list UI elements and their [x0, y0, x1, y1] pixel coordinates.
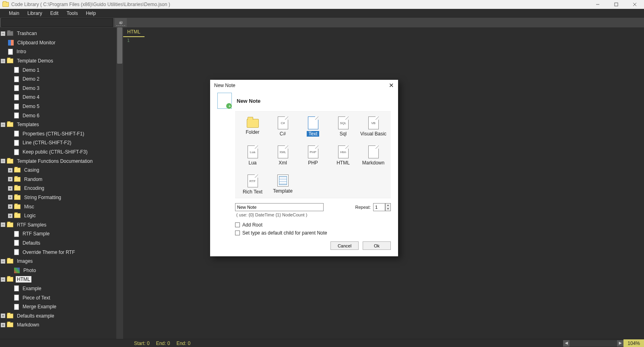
tree-item[interactable]: Merge Example — [0, 302, 116, 312]
note-type-visual-basic[interactable]: VBVisual Basic — [358, 116, 388, 137]
tree-item[interactable]: –Template Functions Documentation — [0, 156, 116, 166]
tree-item[interactable]: Piece of Text — [0, 293, 116, 302]
set-default-type-checkbox[interactable] — [235, 231, 240, 235]
set-default-type-label: Set type as default child for parent Not… — [242, 230, 327, 236]
tree-item[interactable]: +Encoding — [0, 184, 116, 193]
tree-item[interactable]: –Template Demos — [0, 56, 116, 66]
tree-toggle[interactable]: + — [8, 168, 12, 172]
repeat-spinner[interactable]: ▲▼ — [385, 203, 391, 211]
dialog-close-button[interactable]: ✕ — [389, 82, 394, 89]
type-icon: RTF — [248, 175, 258, 187]
tree-item[interactable]: Defaults — [0, 239, 116, 248]
tree-toggle[interactable]: + — [1, 323, 5, 327]
maximize-button[interactable] — [607, 0, 625, 9]
tree-item[interactable]: Demo 3 — [0, 84, 116, 93]
tree-item[interactable]: Demo 5 — [0, 102, 116, 111]
note-type-rich-text[interactable]: RTFRich Text — [237, 174, 268, 195]
tree-item[interactable]: +Misc — [0, 202, 116, 211]
tree-item[interactable]: –Trashcan — [0, 29, 116, 38]
tree-item[interactable]: +Random — [0, 175, 116, 184]
menu-main[interactable]: Main — [5, 9, 23, 17]
zoom-level[interactable]: 104% — [623, 339, 644, 347]
tree-item[interactable]: Demo 6 — [0, 111, 116, 120]
note-type-html[interactable]: HtmHTML — [328, 145, 358, 166]
minimize-button[interactable] — [588, 0, 607, 9]
tree-toggle[interactable]: + — [8, 186, 12, 191]
tree-item[interactable]: Properties (CTRL-SHIFT-F1) — [0, 129, 116, 139]
folder-icon — [14, 195, 21, 200]
tree-item[interactable]: Clipboard Monitor — [0, 38, 116, 48]
close-button[interactable] — [625, 0, 644, 9]
tree-item[interactable]: Example — [0, 284, 116, 293]
tree-item[interactable]: +String Formatting — [0, 193, 116, 202]
tree-item[interactable]: +Markdown — [0, 320, 116, 330]
tree-item[interactable]: Photo — [0, 266, 116, 275]
note-type-xml[interactable]: XMLXml — [268, 145, 298, 166]
note-type-markdown[interactable]: Markdown — [358, 145, 388, 166]
menu-library[interactable]: Library — [23, 9, 46, 17]
add-root-checkbox[interactable] — [235, 222, 240, 227]
tree-label: Photo — [22, 267, 37, 274]
tree-label: Markdown — [16, 322, 40, 328]
tree-item[interactable]: Demo 2 — [0, 75, 116, 84]
tree-toggle[interactable]: – — [1, 159, 5, 163]
tree-item[interactable]: RTF Sample — [0, 229, 116, 239]
tree-label: Template Demos — [16, 58, 54, 64]
sidebar-scrollbar[interactable] — [116, 27, 123, 339]
tree-toggle[interactable]: + — [1, 314, 5, 318]
file-icon — [14, 112, 19, 118]
search-input[interactable] — [1, 18, 113, 27]
note-type-php[interactable]: PHPPHP — [298, 145, 328, 166]
statusbar: Start: 0 End: 0 End: 0 ◄► 104% — [0, 339, 644, 347]
tree-label: Piece of Text — [21, 295, 51, 301]
note-type-lua[interactable]: LuaLua — [237, 145, 268, 166]
tree-item[interactable]: Demo 4 — [0, 93, 116, 102]
tree-toggle[interactable]: + — [8, 195, 12, 199]
editor-tab-html[interactable]: HTML — [123, 27, 144, 37]
note-type-sql[interactable]: SQLSql — [328, 116, 358, 137]
tree-item[interactable]: Keep public (CTRL-SHIFT-F3) — [0, 148, 116, 157]
menu-tools[interactable]: Tools — [62, 9, 82, 17]
tree-item[interactable]: +Casing — [0, 166, 116, 175]
type-icon — [277, 175, 289, 187]
tree-item[interactable]: Intro — [0, 47, 116, 56]
menubar: MainLibraryEditToolsHelp — [0, 9, 644, 18]
status-end-1: End: 0 — [153, 341, 173, 346]
tree-item[interactable]: –Templates — [0, 120, 116, 129]
tree-item[interactable]: Demo 1 — [0, 65, 116, 75]
tree-toggle[interactable]: – — [1, 277, 5, 282]
note-name-input[interactable] — [235, 203, 324, 211]
tree-item[interactable]: +Defaults example — [0, 311, 116, 320]
tree-toggle[interactable]: – — [1, 59, 5, 63]
repeat-input[interactable] — [373, 203, 385, 211]
dialog-titlebar[interactable]: New Note ✕ — [210, 80, 398, 91]
tree-toggle[interactable]: + — [8, 214, 12, 218]
tree-item[interactable]: +Logic — [0, 211, 116, 220]
tree-item[interactable]: –RTF Samples — [0, 220, 116, 229]
menu-help[interactable]: Help — [82, 9, 100, 17]
tree-toggle[interactable]: – — [1, 222, 5, 227]
tree-toggle[interactable]: + — [8, 177, 12, 181]
note-type-text[interactable]: Text — [298, 116, 328, 137]
tree-item[interactable]: –HTML — [0, 275, 116, 284]
editor-horizontal-scrollbar[interactable]: ◄► — [563, 340, 623, 347]
file-icon — [14, 85, 19, 91]
note-type-c#[interactable]: C#C# — [268, 116, 298, 137]
tree-toggle[interactable]: – — [1, 259, 5, 264]
tree-item[interactable]: Override Theme for RTF — [0, 247, 116, 257]
type-label: Visual Basic — [360, 131, 386, 137]
note-type-folder[interactable]: Folder — [237, 116, 268, 137]
note-type-template[interactable]: Template — [268, 174, 298, 195]
file-icon — [8, 49, 13, 55]
tree-toggle[interactable]: – — [1, 123, 5, 127]
new-note-dialog: New Note ✕ + New Note FolderC#C#TextSQLS… — [210, 80, 398, 256]
menu-edit[interactable]: Edit — [46, 9, 63, 17]
ok-button[interactable]: Ok — [363, 241, 391, 250]
sort-filter-button[interactable]: a|z — [115, 18, 127, 27]
cancel-button[interactable]: Cancel — [330, 241, 359, 250]
tree-item[interactable]: –Images — [0, 257, 116, 266]
tree-label: Demo 4 — [21, 94, 41, 100]
tree-item[interactable]: Line (CTRL-SHIFT-F2) — [0, 138, 116, 148]
tree-toggle[interactable]: + — [8, 204, 12, 209]
tree-toggle[interactable]: – — [1, 31, 5, 36]
